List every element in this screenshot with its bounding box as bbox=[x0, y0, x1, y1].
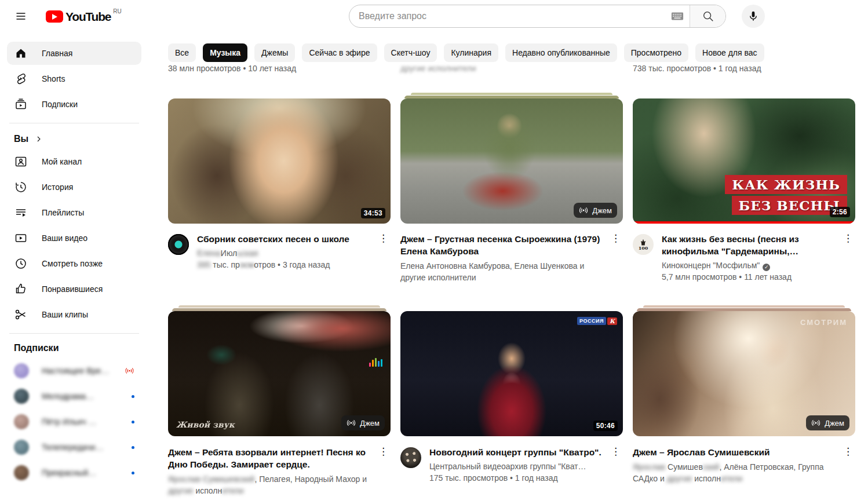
channel-avatar-quatro[interactable] bbox=[400, 447, 421, 468]
history-icon bbox=[14, 180, 28, 194]
video-menu-button[interactable]: ⋮ bbox=[607, 232, 624, 246]
video-menu-button[interactable]: ⋮ bbox=[840, 232, 856, 246]
sidebar-item-subscriptions[interactable]: Подписки bbox=[7, 93, 141, 116]
subscription-channel[interactable]: Мелодрама… bbox=[7, 385, 141, 408]
rossiya-k-logo: РОССИЯ К bbox=[577, 317, 617, 325]
chip-cooking[interactable]: Кулинария bbox=[444, 43, 498, 62]
k-label: К bbox=[607, 317, 617, 325]
video-thumbnail[interactable]: КАК ЖИЗНЬ БЕЗ ВЕСНЫ 2:56 bbox=[633, 98, 855, 224]
channel-name[interactable]: ЕленаИюльская bbox=[197, 248, 375, 259]
sidebar-item-label: Ваши видео bbox=[42, 233, 87, 243]
jam-badge-label: Джем bbox=[360, 419, 380, 428]
search-bar bbox=[349, 5, 726, 28]
search-icon bbox=[702, 10, 714, 23]
subscription-channel[interactable]: Пётр Ильич … bbox=[7, 410, 141, 433]
sidebar-divider bbox=[9, 333, 139, 334]
sidebar-item-label: Shorts bbox=[42, 74, 65, 83]
search-button[interactable] bbox=[690, 5, 725, 28]
sidebar-item-label: История bbox=[42, 182, 73, 192]
video-thumbnail[interactable]: РОССИЯ К 50:46 bbox=[400, 311, 623, 436]
chip-music[interactable]: Музыка bbox=[203, 43, 247, 62]
channel-avatar-mosfilm[interactable]: 100 bbox=[633, 234, 654, 255]
subscription-channel[interactable]: Настоящее Вре… bbox=[7, 359, 141, 382]
chip-new-for-you[interactable]: Новое для вас bbox=[695, 43, 764, 62]
subscriptions-icon bbox=[14, 97, 28, 111]
chip-watched[interactable]: Просмотрено bbox=[624, 43, 688, 62]
jam-stack-indicator bbox=[400, 93, 623, 98]
video-meta-cutoff: 738 тыс. просмотров • 1 год назад bbox=[633, 63, 855, 74]
chip-recent[interactable]: Недавно опубликованные bbox=[505, 43, 617, 62]
chip-live[interactable]: Сейчас в эфире bbox=[302, 43, 377, 62]
video-menu-button[interactable]: ⋮ bbox=[375, 445, 392, 459]
video-title[interactable]: Джем – Ярослав Сумишевский bbox=[633, 446, 840, 458]
sidebar-item-liked[interactable]: Понравившиеся bbox=[7, 277, 141, 301]
voice-search-button[interactable] bbox=[742, 5, 765, 28]
new-content-dot bbox=[132, 446, 134, 449]
sidebar-item-home[interactable]: Главная bbox=[7, 42, 141, 65]
duration-badge: 34:53 bbox=[361, 208, 385, 218]
video-menu-button[interactable]: ⋮ bbox=[840, 445, 856, 459]
video-title[interactable]: Сборник советских песен о школе bbox=[197, 233, 375, 245]
sidebar-item-watch-later[interactable]: Смотреть позже bbox=[7, 252, 141, 275]
channel-avatar bbox=[14, 389, 29, 404]
subscription-channel[interactable]: Телепередачи… bbox=[7, 436, 141, 459]
video-title[interactable]: Как жизнь без весны (песня из кинофильма… bbox=[662, 233, 840, 257]
video-thumbnail[interactable]: Джем bbox=[400, 98, 623, 224]
jam-stack-indicator bbox=[168, 305, 391, 311]
filter-chip-bar: Все Музыка Джемы Сейчас в эфире Скетч-шо… bbox=[168, 43, 764, 62]
video-card-details: Сборник советских песен о школе ЕленаИюл… bbox=[168, 233, 391, 271]
chip-all[interactable]: Все bbox=[168, 43, 196, 62]
thumbs-up-icon bbox=[14, 282, 28, 296]
youtube-logo[interactable]: YouTube RU bbox=[46, 8, 122, 24]
sidebar-item-my-channel[interactable]: Мой канал bbox=[7, 150, 141, 173]
sidebar-you-header[interactable]: Вы bbox=[7, 130, 141, 150]
new-content-dot bbox=[132, 421, 134, 423]
channel-avatar bbox=[14, 363, 29, 378]
sidebar-item-shorts[interactable]: Shorts bbox=[7, 67, 141, 90]
top-bar: YouTube RU bbox=[0, 0, 857, 32]
video-artists: Ярослав Сумишевский, Алёна Петровская, Г… bbox=[633, 461, 840, 484]
video-card-details: 100 Как жизнь без весны (песня из кинофи… bbox=[633, 233, 855, 283]
verified-icon: ✓ bbox=[763, 264, 770, 271]
sidebar-item-history[interactable]: История bbox=[7, 176, 141, 199]
sidebar-divider bbox=[9, 123, 139, 123]
jam-badge-label: Джем bbox=[825, 419, 844, 428]
video-thumbnail[interactable]: 34:53 bbox=[168, 98, 391, 224]
video-thumbnail[interactable]: Живой звук Джем bbox=[168, 311, 391, 436]
chip-jams[interactable]: Джемы bbox=[254, 43, 295, 62]
video-menu-button[interactable]: ⋮ bbox=[375, 232, 392, 246]
video-menu-button[interactable]: ⋮ bbox=[607, 445, 624, 459]
video-card-details: Джем – Грустная песенка Сыроежкина (1979… bbox=[400, 233, 623, 283]
channel-name[interactable]: Центральный видеоархив группы "Кват… bbox=[429, 461, 608, 472]
sidebar-item-your-videos[interactable]: Ваши видео bbox=[7, 227, 141, 250]
sidebar-item-playlists[interactable]: Плейлисты bbox=[7, 201, 141, 224]
channel-name: Пётр Ильич … bbox=[42, 417, 127, 426]
sidebar-item-your-clips[interactable]: Ваши клипы bbox=[7, 303, 141, 326]
menu-button[interactable] bbox=[9, 5, 32, 28]
youtube-logo-text: YouTube bbox=[65, 10, 111, 24]
sidebar-item-label: Плейлисты bbox=[42, 208, 84, 217]
virtual-keyboard-button[interactable] bbox=[665, 12, 690, 21]
channel-name: Телепередачи… bbox=[42, 443, 127, 452]
video-artists: Ярослав Сумишевский, Пелагея, Народный М… bbox=[168, 473, 375, 496]
channel-name: Прекрасный… bbox=[42, 468, 127, 477]
search-input[interactable] bbox=[349, 11, 665, 21]
shorts-icon bbox=[14, 72, 28, 86]
channel-avatar-vinyl[interactable] bbox=[168, 234, 189, 255]
equalizer-icon bbox=[369, 357, 382, 367]
mosfilm-100-label: 100 bbox=[639, 246, 648, 250]
video-thumbnail[interactable]: СМОТРИМ Джем bbox=[633, 311, 855, 436]
chevron-right-icon bbox=[34, 134, 43, 144]
banner-line: КАК ЖИЗНЬ bbox=[725, 175, 847, 194]
video-title[interactable]: Джем – Грустная песенка Сыроежкина (1979… bbox=[400, 233, 608, 257]
channel-name[interactable]: Киноконцерн "Мосфильм"✓ bbox=[662, 260, 840, 271]
chip-sketch[interactable]: Скетч-шоу bbox=[384, 43, 437, 62]
jam-badge: Джем bbox=[806, 415, 849, 430]
video-title[interactable]: Новогодний концерт группы "Кватро". bbox=[429, 446, 608, 458]
video-title[interactable]: Джем – Ребята взорвали интернет! Песня к… bbox=[168, 446, 375, 470]
mosfilm-statue-icon bbox=[641, 239, 646, 246]
subscription-channel[interactable]: Прекрасный… bbox=[7, 461, 141, 484]
video-meta-cutoff: 38 млн просмотров • 10 лет назад bbox=[168, 63, 391, 74]
video-meta-cutoff: другие исполнители bbox=[400, 63, 623, 74]
scissors-icon bbox=[14, 308, 28, 322]
